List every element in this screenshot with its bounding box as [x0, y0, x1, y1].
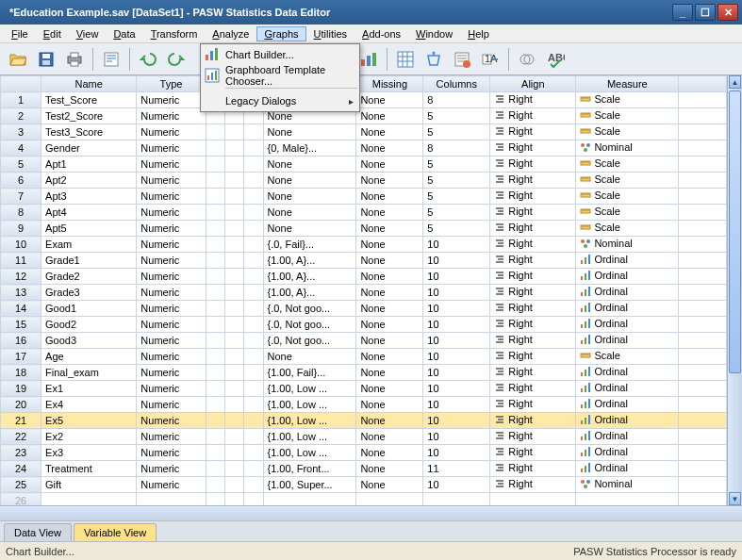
cell-missing[interactable]: None	[356, 477, 423, 493]
minimize-button[interactable]: _	[672, 4, 693, 21]
cell-measure[interactable]: Nominal	[576, 237, 679, 253]
cell-type[interactable]: Numeric	[137, 124, 206, 140]
cell-missing[interactable]: None	[356, 92, 423, 108]
cell-measure[interactable]: Scale	[576, 221, 679, 237]
cell-width[interactable]	[206, 156, 224, 173]
cell-columns[interactable]: 8	[423, 92, 490, 108]
table-row-empty[interactable]: 26	[1, 493, 727, 506]
cell-columns[interactable]: 8	[423, 140, 490, 156]
row-header[interactable]: 7	[1, 189, 41, 205]
cell-decimals[interactable]	[225, 253, 244, 269]
row-header[interactable]: 23	[1, 445, 41, 461]
row-header[interactable]: 22	[1, 429, 41, 445]
cell-name[interactable]: Gender	[41, 140, 137, 156]
cell-decimals[interactable]	[225, 317, 244, 333]
cell-align[interactable]: Right	[490, 269, 576, 285]
row-header[interactable]: 24	[1, 461, 41, 477]
cell-values[interactable]: {0, Male}...	[263, 140, 356, 156]
cell-align[interactable]: Right	[490, 429, 576, 445]
menu-file[interactable]: File	[4, 26, 36, 41]
cell-label[interactable]	[244, 301, 263, 317]
menu-chart-builder[interactable]: Chart Builder...	[201, 44, 359, 65]
recall-icon[interactable]	[99, 47, 124, 72]
cell-name[interactable]: Apt5	[41, 221, 137, 237]
cell-columns[interactable]: 10	[423, 477, 490, 493]
cell-columns[interactable]: 5	[423, 156, 490, 173]
row-header[interactable]: 17	[1, 349, 41, 365]
cell-type[interactable]: Numeric	[137, 429, 206, 445]
cell-columns[interactable]: 10	[423, 253, 490, 269]
cell-name[interactable]: Ex2	[41, 429, 137, 445]
cell-columns[interactable]: 5	[423, 221, 490, 237]
cell-type[interactable]: Numeric	[137, 92, 206, 108]
cell-type[interactable]: Numeric	[137, 349, 206, 365]
cell-decimals[interactable]	[225, 124, 244, 140]
cell-columns[interactable]: 10	[423, 269, 490, 285]
cell-missing[interactable]: None	[356, 124, 423, 140]
menu-data[interactable]: Data	[106, 26, 142, 41]
scroll-up-button[interactable]: ▲	[729, 75, 741, 89]
cell-missing[interactable]: None	[356, 397, 423, 413]
cell-columns[interactable]: 11	[423, 461, 490, 477]
cell-measure[interactable]: Ordinal	[576, 301, 679, 317]
row-header[interactable]: 8	[1, 205, 41, 221]
cell-measure[interactable]: Ordinal	[576, 381, 679, 397]
row-header[interactable]: 21	[1, 413, 41, 429]
cell-missing[interactable]: None	[356, 269, 423, 285]
cell-align[interactable]: Right	[490, 205, 576, 221]
cell-empty[interactable]	[356, 493, 423, 506]
cell-name[interactable]: Apt2	[41, 173, 137, 189]
cell-name[interactable]: Test3_Score	[41, 124, 137, 140]
cell-missing[interactable]: None	[356, 349, 423, 365]
cell-decimals[interactable]	[225, 173, 244, 189]
row-header[interactable]: 14	[1, 301, 41, 317]
cell-measure[interactable]: Ordinal	[576, 413, 679, 429]
cell-measure[interactable]: Ordinal	[576, 269, 679, 285]
cell-decimals[interactable]	[225, 429, 244, 445]
table-row[interactable]: 23Ex3Numeric{1.00, Low ...None10RightOrd…	[1, 445, 727, 461]
cell-align[interactable]: Right	[490, 189, 576, 205]
cell-name[interactable]: Test2_Score	[41, 108, 137, 124]
cell-decimals[interactable]	[225, 381, 244, 397]
cell-width[interactable]	[206, 445, 224, 461]
cell-values[interactable]: None	[263, 156, 356, 173]
cell-columns[interactable]: 10	[423, 397, 490, 413]
grid-icon[interactable]	[393, 47, 418, 72]
cell-align[interactable]: Right	[490, 253, 576, 269]
cell-decimals[interactable]	[225, 365, 244, 381]
table-row[interactable]: 20Ex4Numeric{1.00, Low ...None10RightOrd…	[1, 397, 727, 413]
cell-empty[interactable]	[41, 493, 137, 506]
cell-name[interactable]: Ex5	[41, 413, 137, 429]
table-row[interactable]: 18Final_examNumeric{1.00, Fail}...None10…	[1, 365, 727, 381]
cell-type[interactable]: Numeric	[137, 173, 206, 189]
cell-align[interactable]: Right	[490, 237, 576, 253]
cell-columns[interactable]: 5	[423, 189, 490, 205]
col-header-missing[interactable]: Missing	[356, 76, 423, 92]
cell-name[interactable]: Apt3	[41, 189, 137, 205]
cell-label[interactable]	[244, 397, 263, 413]
cell-label[interactable]	[244, 413, 263, 429]
table-row[interactable]: 3Test3_ScoreNumericNoneNone5RightScale	[1, 124, 727, 140]
cell-name[interactable]: Ex4	[41, 397, 137, 413]
cell-values[interactable]: None	[263, 349, 356, 365]
cell-label[interactable]	[244, 205, 263, 221]
row-header[interactable]: 12	[1, 269, 41, 285]
cell-label[interactable]	[244, 189, 263, 205]
cell-label[interactable]	[244, 221, 263, 237]
maximize-button[interactable]: ☐	[695, 4, 716, 21]
cell-values[interactable]: {.0, Not goo...	[263, 317, 356, 333]
cell-values[interactable]: {.0, Not goo...	[263, 333, 356, 349]
table-row[interactable]: 16Good3Numeric{.0, Not goo...None10Right…	[1, 333, 727, 349]
row-header[interactable]: 10	[1, 237, 41, 253]
cell-label[interactable]	[244, 285, 263, 301]
cell-align[interactable]: Right	[490, 221, 576, 237]
cell-values[interactable]: {.0, Fail}...	[263, 237, 356, 253]
cell-decimals[interactable]	[225, 237, 244, 253]
cell-width[interactable]	[206, 285, 224, 301]
row-header[interactable]: 18	[1, 365, 41, 381]
cell-decimals[interactable]	[225, 461, 244, 477]
cell-type[interactable]: Numeric	[137, 333, 206, 349]
col-header-name[interactable]: Name	[41, 76, 137, 92]
cell-decimals[interactable]	[225, 397, 244, 413]
cell-align[interactable]: Right	[490, 397, 576, 413]
